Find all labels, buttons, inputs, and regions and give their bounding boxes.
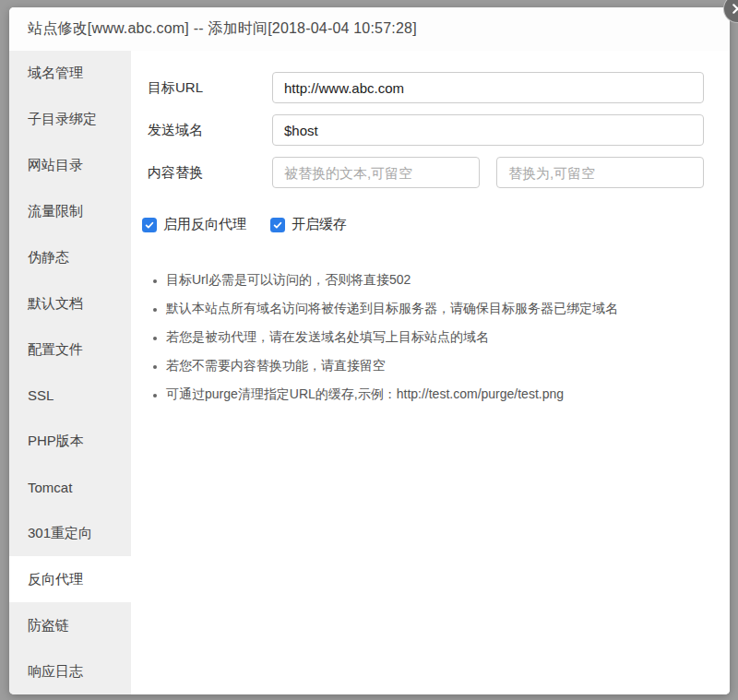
content-replace-target-input[interactable] — [496, 157, 704, 188]
sidebar-item-domain-manage[interactable]: 域名管理 — [9, 51, 131, 97]
checkbox-checked-icon — [270, 218, 285, 232]
help-notes: 目标Url必需是可以访问的，否则将直接502 默认本站点所有域名访问将被传递到目… — [131, 266, 730, 409]
note-item: 若您不需要内容替换功能，请直接留空 — [166, 351, 730, 380]
close-icon — [732, 3, 738, 15]
enable-cache-label: 开启缓存 — [292, 216, 347, 233]
target-url-input[interactable] — [272, 72, 704, 103]
sidebar-item-rewrite[interactable]: 伪静态 — [9, 234, 131, 280]
sidebar-item-php-version[interactable]: PHP版本 — [9, 419, 131, 465]
sidebar-item-ssl[interactable]: SSL — [9, 373, 131, 419]
sidebar-item-response-log[interactable]: 响应日志 — [9, 648, 131, 694]
checkbox-checked-icon — [142, 218, 157, 232]
sidebar-item-reverse-proxy[interactable]: 反向代理 — [9, 556, 131, 602]
enable-reverse-proxy-checkbox[interactable]: 启用反向代理 — [142, 216, 246, 233]
note-item: 默认本站点所有域名访问将被传递到目标服务器，请确保目标服务器已绑定域名 — [166, 294, 730, 323]
sidebar-item-traffic-limit[interactable]: 流量限制 — [9, 189, 131, 235]
send-domain-input[interactable] — [272, 114, 704, 146]
note-item: 目标Url必需是可以访问的，否则将直接502 — [166, 266, 730, 294]
enable-reverse-proxy-label: 启用反向代理 — [163, 216, 246, 233]
send-domain-label: 发送域名 — [148, 122, 272, 139]
sidebar-item-default-document[interactable]: 默认文档 — [9, 280, 131, 326]
site-modify-dialog: 站点修改[www.abc.com] -- 添加时间[2018-04-04 10:… — [9, 7, 730, 694]
dialog-title: 站点修改[www.abc.com] -- 添加时间[2018-04-04 10:… — [9, 7, 730, 51]
content-replace-label: 内容替换 — [148, 164, 272, 182]
content-replace-row: 内容替换 — [131, 157, 730, 188]
sidebar-item-hotlink-protection[interactable]: 防盗链 — [9, 602, 131, 648]
note-item: 若您是被动代理，请在发送域名处填写上目标站点的域名 — [166, 323, 730, 351]
reverse-proxy-panel: 目标URL 发送域名 内容替换 — [131, 51, 730, 694]
options-row: 启用反向代理 开启缓存 — [131, 216, 730, 233]
settings-sidebar: 域名管理 子目录绑定 网站目录 流量限制 伪静态 默认文档 配置文件 SSL P… — [9, 51, 131, 694]
sidebar-item-site-directory[interactable]: 网站目录 — [9, 143, 131, 189]
target-url-label: 目标URL — [148, 79, 272, 97]
dialog-body: 域名管理 子目录绑定 网站目录 流量限制 伪静态 默认文档 配置文件 SSL P… — [9, 51, 730, 694]
target-url-row: 目标URL — [131, 72, 730, 103]
send-domain-row: 发送域名 — [131, 114, 730, 146]
sidebar-item-301-redirect[interactable]: 301重定向 — [9, 511, 131, 557]
content-replace-source-input[interactable] — [272, 157, 480, 188]
sidebar-item-tomcat[interactable]: Tomcat — [9, 465, 131, 511]
sidebar-item-subdir-bind[interactable]: 子目录绑定 — [9, 97, 131, 143]
sidebar-item-config-file[interactable]: 配置文件 — [9, 326, 131, 373]
note-item: 可通过purge清理指定URL的缓存,示例：http://test.com/pu… — [166, 380, 730, 409]
enable-cache-checkbox[interactable]: 开启缓存 — [270, 216, 347, 233]
